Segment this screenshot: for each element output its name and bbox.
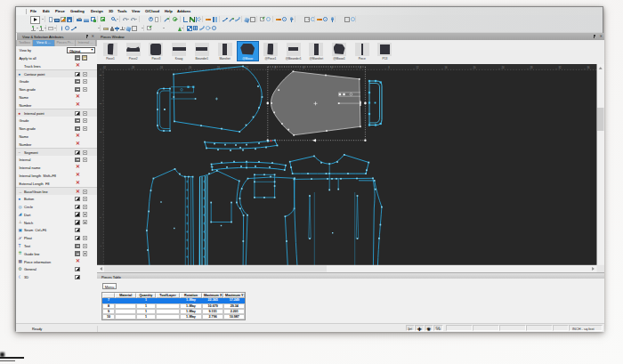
- svg-text:-28: -28: [131, 66, 134, 69]
- svg-text:-20: -20: [188, 66, 191, 69]
- svg-text:-32: -32: [102, 66, 106, 69]
- svg-text:-24: -24: [159, 66, 163, 69]
